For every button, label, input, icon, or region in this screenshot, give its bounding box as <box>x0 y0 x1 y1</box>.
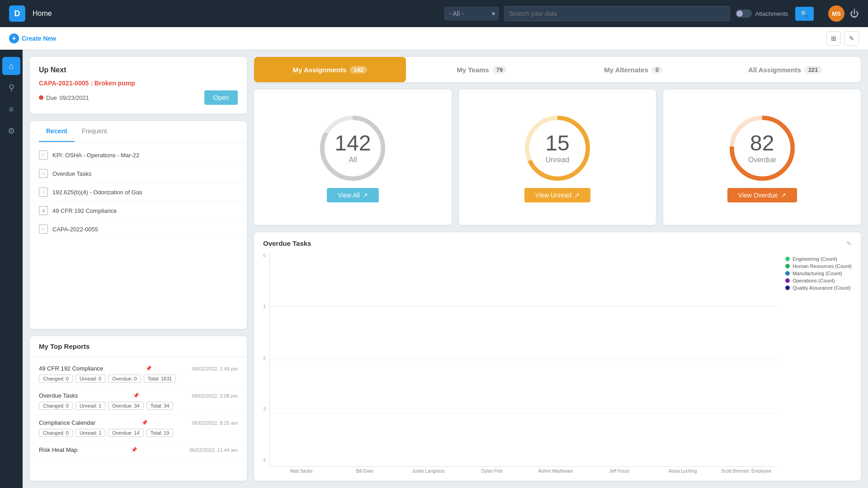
tab-frequent[interactable]: Frequent <box>75 121 114 142</box>
report-name[interactable]: Overdue Tasks <box>39 392 78 399</box>
my-teams-label: My Teams <box>457 66 489 74</box>
report-date: 06/02/2022, 11:44 am <box>189 447 238 453</box>
overdue-label: Overdue <box>748 156 776 164</box>
doc-icon: □ <box>39 188 48 197</box>
report-date: 06/02/2022, 8:25 am <box>192 420 238 426</box>
badge: Overdue: 14 <box>108 429 144 437</box>
sidebar-home-icon[interactable]: ⌂ <box>2 57 20 75</box>
pin-icon: 📌 <box>146 366 152 371</box>
list-item[interactable]: □ Overdue Tasks <box>30 164 247 183</box>
list-item-text: 192.625(b)(4) - Odorization of Gas <box>52 189 142 196</box>
avatar[interactable]: MS <box>828 5 844 22</box>
pin-icon: 📌 <box>133 393 139 399</box>
list-item[interactable]: □ KPI: OSHA - Operations - Mar-22 <box>30 146 247 164</box>
attachments-toggle[interactable]: Attachments <box>736 9 788 18</box>
chart-legend: Engineering (Count) Human Resources (Cou… <box>778 256 852 291</box>
report-name[interactable]: Risk Heat Map <box>39 446 77 453</box>
tab-my-teams[interactable]: My Teams 79 <box>406 57 558 82</box>
external-link-icon: ↗ <box>363 192 368 199</box>
sidebar-settings-icon[interactable]: ⚙ <box>2 122 20 140</box>
report-badges: Changed: 0 Unread: 1 Overdue: 14 Total: … <box>39 429 238 437</box>
create-new-button[interactable]: + Create New <box>9 33 56 43</box>
metrics-row: 142 All View All ↗ 15 <box>254 89 861 225</box>
left-sidebar: ⌂ ⚲ ≡ ⚙ <box>0 50 23 488</box>
bars-container <box>270 256 778 466</box>
report-name[interactable]: Compliance Calendar <box>39 419 95 426</box>
view-all-button[interactable]: View All ↗ <box>327 188 379 202</box>
x-label-dylan-fish: Dylan Fish <box>460 469 524 474</box>
plus-icon: + <box>9 33 19 43</box>
sidebar-search-icon[interactable]: ⚲ <box>2 79 20 97</box>
x-label-alysa-luching: Alysa Luching <box>651 469 715 474</box>
x-label-bill-ewer: Bill Ewer <box>333 469 397 474</box>
report-badges: Changed: 0 Unread: 0 Overdue: 0 Total: 1… <box>39 375 238 383</box>
attachments-switch[interactable] <box>736 9 752 18</box>
home-link[interactable]: Home <box>33 9 52 18</box>
badge: Overdue: 0 <box>108 375 141 383</box>
edit-button[interactable]: ✎ <box>844 31 859 46</box>
legend-dot-qa <box>785 286 790 290</box>
legend-hr: Human Resources (Count) <box>785 263 852 269</box>
my-alternates-label: My Alternates <box>604 66 648 74</box>
report-badges: Changed: 0 Unread: 1 Overdue: 34 Total: … <box>39 402 238 410</box>
chart-header: Overdue Tasks ✎ <box>263 239 852 247</box>
list-item-text: KPI: OSHA - Operations - Mar-22 <box>52 152 139 159</box>
tab-my-alternates[interactable]: My Alternates 0 <box>557 57 709 82</box>
legend-label-manufacturing: Manufacturing (Count) <box>793 271 842 276</box>
assignments-tabs: My Assignments 142 My Teams 79 My Altern… <box>254 57 861 82</box>
list-item-text: Overdue Tasks <box>52 170 91 177</box>
badge: Total: 34 <box>146 402 174 410</box>
capa-link[interactable]: CAPA-2021-0005 : Broken pump <box>39 80 238 87</box>
all-assignments-label: All Assignments <box>748 66 801 74</box>
create-new-label: Create New <box>22 35 56 42</box>
list-item[interactable]: ⊞ 49 CFR 192 Compliance <box>30 202 247 220</box>
attachments-label: Attachments <box>755 10 788 17</box>
search-area: - All - ▾ Attachments 🔍 <box>444 6 814 21</box>
view-unread-button[interactable]: View Unread ↗ <box>524 188 590 202</box>
tab-my-assignments[interactable]: My Assignments 142 <box>254 57 406 82</box>
my-alternates-count: 0 <box>652 66 662 74</box>
y-label-3: 3 <box>263 406 266 412</box>
report-date: 06/02/2022, 2:08 pm <box>192 393 238 399</box>
doc-icon: □ <box>39 225 48 234</box>
view-overdue-label: View Overdue <box>738 192 778 199</box>
search-icon: 🔍 <box>801 10 808 17</box>
search-button[interactable]: 🔍 <box>795 7 814 21</box>
legend-manufacturing: Manufacturing (Count) <box>785 271 852 276</box>
report-name[interactable]: 49 CFR 192 Compliance <box>39 365 103 372</box>
chart-edit-icon[interactable]: ✎ <box>846 240 852 247</box>
due-label: Due <box>46 94 57 101</box>
badge: Changed: 0 <box>39 429 73 437</box>
doc-icon: □ <box>39 150 48 160</box>
due-text: Due 09/23/2021 <box>39 94 89 101</box>
logout-button[interactable]: ⏻ <box>850 9 859 19</box>
tab-all-assignments[interactable]: All Assignments 221 <box>709 57 861 82</box>
chart-title: Overdue Tasks <box>263 239 311 247</box>
unread-number: 15 <box>545 132 569 154</box>
x-label-jeff-foust: Jeff Foust <box>587 469 651 474</box>
donut-center-unread: 15 Unread <box>545 132 569 164</box>
sidebar-reports-icon[interactable]: ≡ <box>2 100 20 118</box>
open-button[interactable]: Open <box>204 90 238 105</box>
donut-overdue: 82 Overdue <box>726 112 798 184</box>
donut-unread: 15 Unread <box>521 112 594 184</box>
badge: Unread: 1 <box>75 429 105 437</box>
badge: Total: 19 <box>146 429 174 437</box>
view-overdue-button[interactable]: View Overdue ↗ <box>727 188 797 202</box>
doc-icon: □ <box>39 169 48 178</box>
filter-dropdown[interactable]: - All - <box>444 7 499 20</box>
grid-icon: ⊞ <box>39 206 48 215</box>
y-label-0: 0 <box>263 253 266 258</box>
list-item[interactable]: □ CAPA-2022-0055 <box>30 220 247 239</box>
report-header: Compliance Calendar 📌 06/02/2022, 8:25 a… <box>39 419 238 426</box>
legend-label-operations: Operations (Count) <box>793 278 835 283</box>
list-item[interactable]: □ 192.625(b)(4) - Odorization of Gas <box>30 183 247 202</box>
up-next-title: Up Next <box>39 66 238 74</box>
badge: Unread: 1 <box>75 402 105 410</box>
search-input[interactable] <box>509 6 725 21</box>
metric-unread: 15 Unread View Unread ↗ <box>459 89 656 225</box>
grid-view-button[interactable]: ⊞ <box>826 31 841 46</box>
metric-overdue: 82 Overdue View Overdue ↗ <box>663 89 861 225</box>
legend-dot-manufacturing <box>785 271 790 276</box>
tab-recent[interactable]: Recent <box>39 121 75 142</box>
